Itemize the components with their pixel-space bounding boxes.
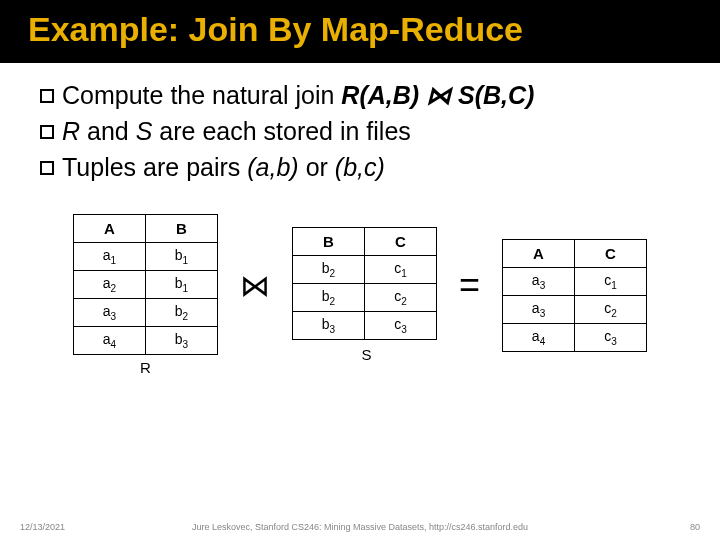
footer-credit: Jure Leskovec, Stanford CS246: Mining Ma… bbox=[0, 522, 720, 532]
table-row: a1b1 bbox=[73, 243, 217, 271]
slide-body: Compute the natural join R(A,B) ⋈ S(B,C)… bbox=[0, 63, 720, 376]
table-cell: a3 bbox=[503, 267, 575, 295]
equals-operator: = bbox=[455, 264, 484, 306]
table-cell: b3 bbox=[145, 327, 217, 355]
table-header: B bbox=[292, 228, 364, 256]
table-row: a2b1 bbox=[73, 271, 217, 299]
bullet-2-mid: and bbox=[80, 117, 136, 145]
table-cell: a1 bbox=[73, 243, 145, 271]
table-cell: c2 bbox=[364, 284, 436, 312]
bullet-3-prefix: Tuples are pairs bbox=[62, 153, 247, 181]
table-row: b3c3 bbox=[292, 312, 436, 340]
bullet-square-icon bbox=[40, 161, 54, 175]
table-header: C bbox=[364, 228, 436, 256]
table-cell: b2 bbox=[292, 256, 364, 284]
table-cell: c2 bbox=[575, 295, 647, 323]
table-row: a3c2 bbox=[503, 295, 647, 323]
bullet-3: Tuples are pairs (a,b) or (b,c) bbox=[40, 151, 680, 185]
bullet-2-rest: are each stored in files bbox=[152, 117, 410, 145]
table-header: A bbox=[73, 215, 145, 243]
bullet-2: R and S are each stored in files bbox=[40, 115, 680, 149]
table-cell: c1 bbox=[364, 256, 436, 284]
table-cell: a3 bbox=[503, 295, 575, 323]
table-cell: a3 bbox=[73, 299, 145, 327]
table-row: b2c2 bbox=[292, 284, 436, 312]
bullet-1-text: Compute the natural join bbox=[62, 81, 341, 109]
join-operator: ⋈ bbox=[236, 268, 274, 303]
bullet-1: Compute the natural join R(A,B) ⋈ S(B,C) bbox=[40, 79, 680, 113]
tables-row: ABa1b1a2b1a3b2a4b3 R ⋈ BCb2c1b2c2b3c3 S … bbox=[40, 214, 680, 376]
table-result: ACa3c1a3c2a4c3 bbox=[502, 239, 647, 352]
table-cell: a2 bbox=[73, 271, 145, 299]
bullet-3-t1: (a,b) bbox=[247, 153, 298, 181]
table-R-label: R bbox=[140, 359, 151, 376]
bullet-3-or: or bbox=[299, 153, 335, 181]
table-S-label: S bbox=[361, 346, 371, 363]
table-row: a4b3 bbox=[73, 327, 217, 355]
table-result-wrap: ACa3c1a3c2a4c3 bbox=[502, 239, 647, 352]
table-cell: c3 bbox=[575, 323, 647, 351]
bullet-square-icon bbox=[40, 125, 54, 139]
bullet-2-R: R bbox=[62, 117, 80, 145]
table-S: BCb2c1b2c2b3c3 bbox=[292, 227, 437, 340]
table-cell: b2 bbox=[292, 284, 364, 312]
slide-title: Example: Join By Map-Reduce bbox=[0, 0, 720, 63]
table-cell: b3 bbox=[292, 312, 364, 340]
table-R-wrap: ABa1b1a2b1a3b2a4b3 R bbox=[73, 214, 218, 376]
table-S-wrap: BCb2c1b2c2b3c3 S bbox=[292, 227, 437, 363]
bullet-square-icon bbox=[40, 89, 54, 103]
table-cell: a4 bbox=[503, 323, 575, 351]
table-cell: c1 bbox=[575, 267, 647, 295]
bullet-2-S: S bbox=[136, 117, 153, 145]
table-header: A bbox=[503, 239, 575, 267]
table-row: a3c1 bbox=[503, 267, 647, 295]
table-cell: c3 bbox=[364, 312, 436, 340]
slide-footer: 12/13/2021 Jure Leskovec, Stanford CS246… bbox=[0, 522, 720, 532]
table-row: b2c1 bbox=[292, 256, 436, 284]
table-cell: b2 bbox=[145, 299, 217, 327]
table-header: C bbox=[575, 239, 647, 267]
bullet-3-t2: (b,c) bbox=[335, 153, 385, 181]
table-cell: b1 bbox=[145, 271, 217, 299]
table-row: a4c3 bbox=[503, 323, 647, 351]
table-R: ABa1b1a2b1a3b2a4b3 bbox=[73, 214, 218, 355]
table-row: a3b2 bbox=[73, 299, 217, 327]
table-header: B bbox=[145, 215, 217, 243]
table-cell: a4 bbox=[73, 327, 145, 355]
table-cell: b1 bbox=[145, 243, 217, 271]
bullet-1-relation: R(A,B) ⋈ S(B,C) bbox=[341, 81, 534, 109]
